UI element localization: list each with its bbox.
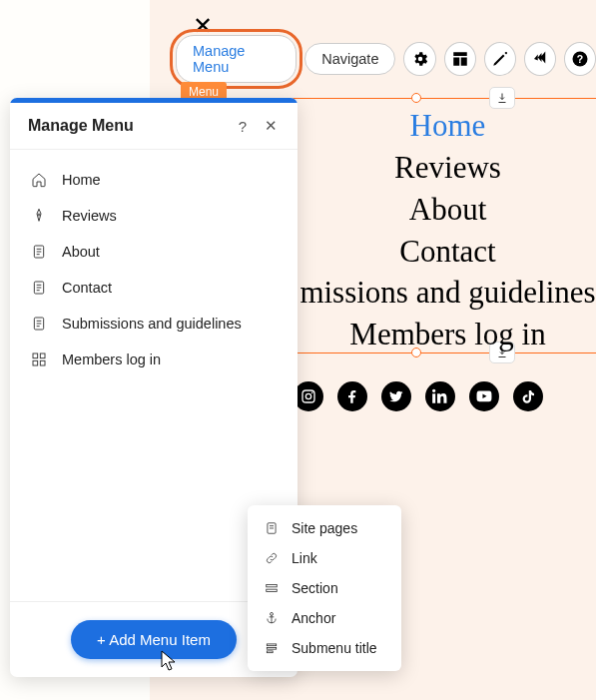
panel-close-icon[interactable]: ✕ [262, 117, 280, 135]
submenu-icon [264, 640, 280, 656]
navigate-button[interactable]: Navigate [304, 43, 395, 75]
dropdown-label: Section [292, 580, 338, 596]
anchor-icon [264, 610, 280, 626]
page-icon [30, 279, 48, 297]
svg-rect-32 [267, 644, 276, 646]
linkedin-icon[interactable] [425, 381, 455, 411]
page-icon [264, 520, 280, 536]
svg-rect-0 [453, 52, 467, 56]
dropdown-submenu[interactable]: Submenu title [248, 633, 401, 663]
youtube-icon[interactable] [469, 381, 499, 411]
social-bar [294, 381, 543, 411]
panel-title: Manage Menu [28, 117, 224, 135]
design-icon[interactable] [484, 42, 516, 76]
svg-rect-23 [40, 360, 45, 365]
nav-item-submissions[interactable]: missions and guidelines [280, 272, 596, 314]
manage-menu-button[interactable]: Manage Menu [176, 35, 297, 83]
menu-item-label: Members log in [62, 351, 161, 367]
layout-icon[interactable] [444, 42, 476, 76]
page-icon [30, 243, 48, 261]
section-icon [264, 580, 280, 596]
svg-rect-21 [40, 353, 45, 358]
svg-rect-33 [267, 647, 276, 649]
svg-rect-2 [460, 58, 466, 66]
settings-icon[interactable] [403, 42, 435, 76]
menu-item-members[interactable]: Members log in [16, 342, 292, 377]
svg-rect-27 [267, 585, 278, 587]
selection-handle-top[interactable] [411, 93, 421, 103]
facebook-icon[interactable] [337, 381, 367, 411]
twitter-icon[interactable] [381, 381, 411, 411]
element-toolbar: Manage Menu Navigate ? [176, 35, 596, 83]
help-icon[interactable]: ? [564, 42, 596, 76]
svg-rect-28 [267, 589, 278, 591]
svg-point-29 [271, 612, 274, 615]
menu-item-label: Submissions and guidelines [62, 316, 242, 332]
dropdown-label: Anchor [292, 610, 335, 626]
add-item-dropdown: Site pages Link Section Anchor Submenu t… [248, 505, 401, 671]
menu-item-submissions[interactable]: Submissions and guidelines [16, 306, 292, 342]
svg-point-7 [311, 392, 313, 394]
nav-item-about[interactable]: About [280, 189, 596, 231]
panel-header: Manage Menu ? ✕ [10, 103, 298, 150]
pen-icon [30, 207, 48, 225]
menu-item-contact[interactable]: Contact [16, 270, 292, 306]
home-icon [30, 171, 48, 189]
menu-item-label: Reviews [62, 208, 117, 224]
menu-item-reviews[interactable]: Reviews [16, 198, 292, 234]
svg-rect-1 [453, 58, 459, 66]
menu-item-label: About [62, 244, 100, 260]
svg-rect-34 [267, 651, 273, 653]
svg-text:?: ? [577, 53, 583, 65]
menu-item-label: Contact [62, 280, 112, 296]
svg-rect-20 [33, 353, 38, 358]
panel-help-icon[interactable]: ? [234, 117, 252, 135]
dropdown-link[interactable]: Link [248, 543, 401, 573]
menu-item-label: Home [62, 172, 101, 188]
dropdown-site-pages[interactable]: Site pages [248, 513, 401, 543]
nav-item-contact[interactable]: Contact [280, 231, 596, 273]
add-menu-item-button[interactable]: + Add Menu Item [71, 620, 237, 659]
grid-icon [30, 350, 48, 368]
svg-rect-22 [33, 360, 38, 365]
nav-item-home[interactable]: Home [280, 105, 596, 147]
menu-item-home[interactable]: Home [16, 162, 292, 198]
nav-item-reviews[interactable]: Reviews [280, 147, 596, 189]
animation-icon[interactable] [524, 42, 556, 76]
dropdown-label: Site pages [292, 520, 357, 536]
svg-point-6 [305, 393, 310, 398]
menu-item-about[interactable]: About [16, 234, 292, 270]
dropdown-label: Link [292, 550, 317, 566]
dropdown-anchor[interactable]: Anchor [248, 603, 401, 633]
site-menu-preview: Home Reviews About Contact missions and … [280, 105, 596, 355]
dropdown-section[interactable]: Section [248, 573, 401, 603]
tiktok-icon[interactable] [513, 381, 543, 411]
instagram-icon[interactable] [294, 381, 323, 411]
dropdown-label: Submenu title [292, 640, 377, 656]
nav-item-members[interactable]: Members log in [280, 314, 596, 355]
link-icon [264, 550, 280, 566]
page-icon [30, 315, 48, 333]
